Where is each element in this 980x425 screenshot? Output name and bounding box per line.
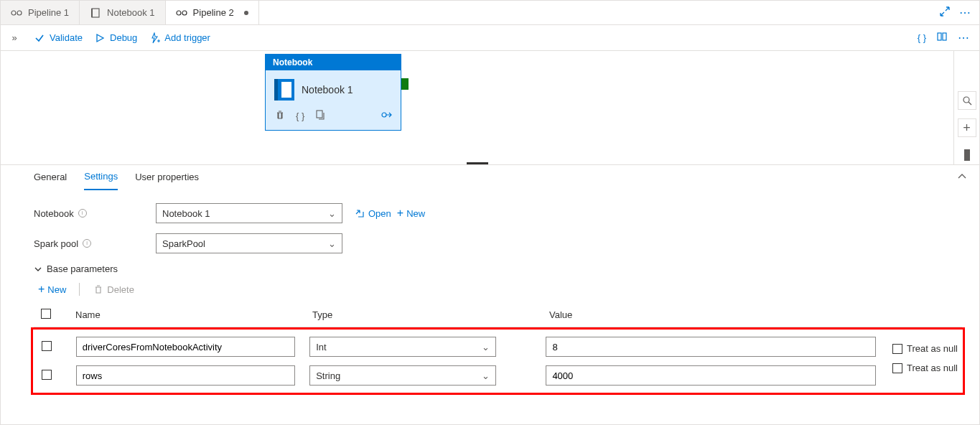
more-icon[interactable]: ⋯ <box>958 31 969 45</box>
param-value-input[interactable] <box>546 337 876 357</box>
treat-as-null-checkbox[interactable]: Treat as null <box>892 343 958 354</box>
param-delete-button[interactable]: Delete <box>93 284 134 295</box>
highlighted-region: Int ⌄ <box>31 327 965 395</box>
notebook-select[interactable]: Notebook 1 ⌄ <box>156 203 342 223</box>
col-value: Value <box>542 303 883 327</box>
notebook-label: Notebook <box>34 208 74 219</box>
debug-button[interactable]: Debug <box>94 32 137 44</box>
col-name: Name <box>68 303 305 327</box>
treat-as-null-checkbox[interactable]: Treat as null <box>892 363 958 373</box>
param-row: Int ⌄ <box>34 332 961 361</box>
zoom-handle-icon[interactable] <box>958 146 976 164</box>
chevron-down-icon: ⌄ <box>328 208 336 219</box>
svg-point-10 <box>963 97 969 103</box>
svg-rect-0 <box>11 11 16 15</box>
svg-rect-2 <box>92 9 99 17</box>
pipeline-icon <box>176 7 187 19</box>
svg-line-11 <box>969 102 971 105</box>
svg-rect-6 <box>938 33 941 40</box>
properties-icon[interactable] <box>936 31 948 45</box>
tab-notebook-1[interactable]: Notebook 1 <box>80 1 166 24</box>
open-button[interactable]: Open <box>354 207 391 219</box>
col-type: Type <box>305 303 542 327</box>
svg-point-9 <box>382 113 386 117</box>
chevron-down-icon: ⌄ <box>482 342 490 352</box>
param-name-input[interactable] <box>76 337 295 357</box>
copy-icon[interactable] <box>314 109 326 123</box>
collapse-panel-icon[interactable] <box>956 171 968 185</box>
tab-label: Notebook 1 <box>107 7 155 18</box>
row-checkbox[interactable] <box>42 341 52 351</box>
svg-rect-8 <box>317 111 322 118</box>
success-connector-icon[interactable] <box>401 78 409 90</box>
new-button[interactable]: + New <box>397 207 425 220</box>
settings-form: Notebook i Notebook 1 ⌄ Open + New Spa <box>1 190 979 395</box>
tab-general[interactable]: General <box>34 172 67 190</box>
canvas-sidebar: + <box>953 51 979 164</box>
run-arrow-icon[interactable] <box>381 109 392 123</box>
param-value-input[interactable] <box>546 365 876 386</box>
tab-label: Pipeline 1 <box>28 7 69 18</box>
svg-rect-4 <box>177 11 181 15</box>
chevron-down-icon <box>34 265 42 274</box>
parameters-table: Name Type Value <box>34 303 962 395</box>
notebook-icon <box>274 79 294 101</box>
search-icon[interactable] <box>958 91 976 110</box>
chevron-down-icon: ⌄ <box>482 370 490 381</box>
validate-button[interactable]: Validate <box>34 32 83 44</box>
more-icon[interactable]: ⋯ <box>959 6 971 19</box>
chevron-down-icon: ⌄ <box>328 238 336 249</box>
editor-tabbar: Pipeline 1 Notebook 1 Pipeline 2 ⋯ <box>1 1 979 25</box>
sparkpool-select[interactable]: SparkPool ⌄ <box>156 233 342 253</box>
param-new-button[interactable]: + New <box>38 283 66 296</box>
activity-type-label: Notebook <box>266 55 401 70</box>
toggle-panel-icon[interactable]: » <box>6 32 22 43</box>
notebook-tab-icon <box>90 7 101 19</box>
svg-rect-1 <box>17 11 22 15</box>
param-type-select[interactable]: Int ⌄ <box>309 337 496 357</box>
svg-rect-12 <box>964 149 970 161</box>
param-name-input[interactable] <box>76 365 295 386</box>
code-icon[interactable]: { } <box>918 32 926 43</box>
tab-settings[interactable]: Settings <box>84 171 118 190</box>
plus-icon: + <box>38 283 45 296</box>
pipeline-toolbar: » Validate Debug Add trigger { } ⋯ <box>1 25 979 51</box>
pipeline-canvas[interactable]: Notebook Notebook 1 { } <box>1 51 953 164</box>
add-trigger-button[interactable]: Add trigger <box>149 32 210 44</box>
svg-rect-5 <box>182 11 187 15</box>
property-tabs: General Settings User properties <box>1 164 979 190</box>
trash-icon <box>93 284 104 295</box>
notebook-activity[interactable]: Notebook Notebook 1 { } <box>265 54 401 131</box>
svg-rect-7 <box>943 33 946 40</box>
base-parameters-toggle[interactable]: Base parameters <box>34 263 962 274</box>
plus-icon: + <box>397 207 403 220</box>
pipeline-icon <box>11 7 22 19</box>
info-icon[interactable]: i <box>83 239 91 248</box>
delete-icon[interactable] <box>274 109 286 123</box>
select-all-checkbox[interactable] <box>41 309 51 319</box>
info-icon[interactable]: i <box>78 209 87 218</box>
sparkpool-label: Spark pool <box>34 238 78 249</box>
row-checkbox[interactable] <box>42 370 52 380</box>
activity-name: Notebook 1 <box>302 84 353 95</box>
zoom-in-icon[interactable]: + <box>958 118 976 137</box>
tab-label: Pipeline 2 <box>193 7 234 18</box>
tab-pipeline-1[interactable]: Pipeline 1 <box>1 1 80 24</box>
tab-user-properties[interactable]: User properties <box>135 172 199 190</box>
modified-indicator-icon <box>244 11 248 15</box>
code-icon[interactable]: { } <box>296 111 304 121</box>
expand-icon[interactable] <box>939 6 951 19</box>
tab-pipeline-2[interactable]: Pipeline 2 <box>166 1 259 24</box>
param-type-select[interactable]: String ⌄ <box>309 365 496 386</box>
param-row: String ⌄ <box>34 361 961 390</box>
